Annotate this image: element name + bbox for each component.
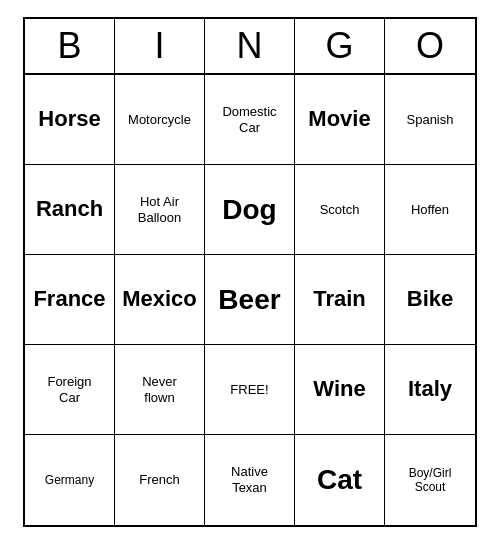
cell-text: NativeTexan: [231, 464, 268, 495]
cell-text: Germany: [45, 473, 94, 487]
bingo-header: BINGO: [25, 19, 475, 75]
cell-text: French: [139, 472, 179, 488]
bingo-cell: Hoffen: [385, 165, 475, 255]
cell-text: Wine: [313, 376, 365, 402]
header-letter: B: [25, 19, 115, 75]
header-letter: O: [385, 19, 475, 75]
cell-text: Ranch: [36, 196, 103, 222]
cell-text: Hoffen: [411, 202, 449, 218]
bingo-cell: Wine: [295, 345, 385, 435]
bingo-cell: Motorcycle: [115, 75, 205, 165]
cell-text: Cat: [317, 463, 362, 497]
bingo-cell: French: [115, 435, 205, 525]
bingo-cell: Train: [295, 255, 385, 345]
cell-text: DomesticCar: [222, 104, 276, 135]
header-letter: I: [115, 19, 205, 75]
cell-text: Neverflown: [142, 374, 177, 405]
bingo-cell: Italy: [385, 345, 475, 435]
cell-text: Italy: [408, 376, 452, 402]
cell-text: Train: [313, 286, 366, 312]
cell-text: Bike: [407, 286, 453, 312]
bingo-cell: Cat: [295, 435, 385, 525]
bingo-cell: Hot AirBalloon: [115, 165, 205, 255]
bingo-cell: Bike: [385, 255, 475, 345]
cell-text: France: [33, 286, 105, 312]
bingo-cell: Ranch: [25, 165, 115, 255]
bingo-cell: Dog: [205, 165, 295, 255]
cell-text: Beer: [218, 283, 280, 317]
bingo-cell: Neverflown: [115, 345, 205, 435]
bingo-cell: Beer: [205, 255, 295, 345]
cell-text: Movie: [308, 106, 370, 132]
bingo-cell: NativeTexan: [205, 435, 295, 525]
cell-text: Horse: [38, 106, 100, 132]
cell-text: ForeignCar: [47, 374, 91, 405]
header-letter: G: [295, 19, 385, 75]
bingo-cell: FREE!: [205, 345, 295, 435]
bingo-cell: DomesticCar: [205, 75, 295, 165]
header-letter: N: [205, 19, 295, 75]
cell-text: Mexico: [122, 286, 197, 312]
bingo-card: BINGO HorseMotorcycleDomesticCarMovieSpa…: [23, 17, 477, 527]
cell-text: Motorcycle: [128, 112, 191, 128]
cell-text: Scotch: [320, 202, 360, 218]
bingo-grid: HorseMotorcycleDomesticCarMovieSpanishRa…: [25, 75, 475, 525]
bingo-cell: Boy/GirlScout: [385, 435, 475, 525]
bingo-cell: Movie: [295, 75, 385, 165]
bingo-cell: Mexico: [115, 255, 205, 345]
cell-text: Dog: [222, 193, 276, 227]
bingo-cell: Germany: [25, 435, 115, 525]
bingo-cell: Horse: [25, 75, 115, 165]
bingo-cell: ForeignCar: [25, 345, 115, 435]
cell-text: Hot AirBalloon: [138, 194, 181, 225]
bingo-cell: France: [25, 255, 115, 345]
cell-text: Spanish: [407, 112, 454, 128]
cell-text: FREE!: [230, 382, 268, 398]
cell-text: Boy/GirlScout: [409, 466, 452, 495]
bingo-cell: Scotch: [295, 165, 385, 255]
bingo-cell: Spanish: [385, 75, 475, 165]
